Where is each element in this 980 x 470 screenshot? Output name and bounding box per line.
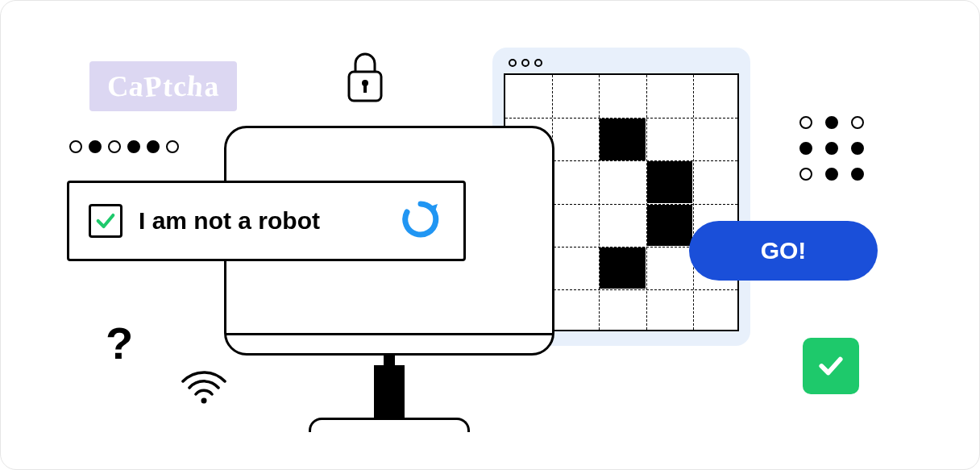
wifi-icon [180, 368, 228, 407]
captcha-text-badge: CaPtcha [89, 61, 237, 111]
go-button[interactable]: GO! [689, 221, 878, 281]
recaptcha-checkbox[interactable] [89, 204, 122, 238]
window-controls [509, 59, 739, 67]
success-check-badge [803, 338, 859, 394]
go-button-label: GO! [761, 237, 807, 264]
check-icon [94, 210, 117, 232]
lock-icon [344, 49, 386, 109]
monitor-illustration [224, 126, 554, 432]
dot-pattern-right [797, 114, 866, 183]
recaptcha-card: I am not a robot [67, 181, 466, 261]
reload-icon[interactable] [397, 196, 444, 246]
recaptcha-label: I am not a robot [139, 207, 381, 235]
check-icon [815, 350, 847, 382]
svg-rect-2 [363, 85, 367, 93]
svg-point-3 [201, 398, 207, 404]
question-mark-icon: ? [106, 317, 133, 369]
dot-pattern-left [69, 140, 179, 153]
